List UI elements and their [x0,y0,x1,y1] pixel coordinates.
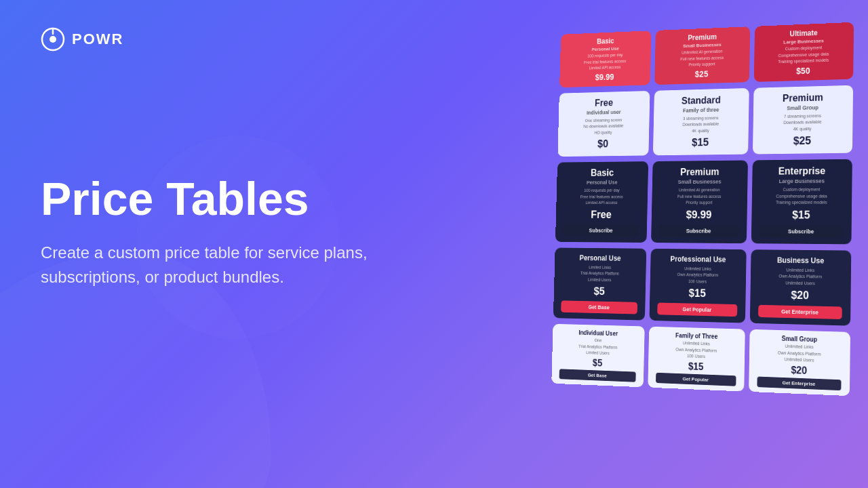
table3-basic-card: Basic Personal Use 100 requests per day … [555,161,648,242]
t2-standard-name: Standard [658,94,745,107]
logo: POWR [41,27,448,52]
t2-free-type: Individual user [563,108,645,116]
t4-professional-features: Unlimited Links Own Analytics Platform 1… [654,265,741,285]
table2-free-card: Free Individual user One streaming scree… [557,91,650,157]
tables-container: Basic Personal Use 100 requests per day … [551,25,854,395]
t2-premium-price: $25 [757,134,848,148]
svg-point-1 [50,36,56,43]
t1-ultimate-features: Custom deployment Comprehensive usage da… [757,43,850,66]
t2-standard-price: $15 [658,136,744,149]
table5-group-card: Small Group Unlimited Links Own Analytic… [749,329,850,396]
t5-family-btn[interactable]: Get Popular [656,372,736,386]
t2-standard-type: Family of three [658,106,745,114]
t3-enterprise-price: $15 [756,209,847,222]
t2-standard-features: 3 streaming screens Downloads available … [658,115,744,135]
t5-individual-btn[interactable]: Get Base [559,369,636,382]
tables-perspective: Basic Personal Use 100 requests per day … [551,25,860,396]
t3-premium-features: Unlimited AI generation Full new feature… [656,187,743,206]
table-pink-row: Basic Personal Use 100 requests per day … [559,22,854,87]
t2-free-name: Free [563,96,645,108]
t5-family-features: Unlimited Links Own Analytics Platform 1… [652,340,741,362]
t4-professional-price: $15 [654,286,741,300]
t4-business-name: Business Use [755,256,846,265]
table2-standard-card: Standard Family of three 3 streaming scr… [653,88,749,156]
table-light-row: Free Individual user One streaming scree… [557,85,853,157]
t1-premium-price: $25 [658,68,746,80]
table1-ultimate-card: Ultimate Large Businesses Custom deploym… [754,22,854,82]
powr-logo-icon [41,27,65,52]
t4-personal-btn[interactable]: Get Base [561,300,637,314]
t1-basic-price: $9.99 [563,70,647,83]
t4-business-features: Unlimited Links Own Analytics Platform U… [755,266,846,287]
table2-premium-card: Premium Small Group 7 streaming screens … [753,85,853,154]
t3-enterprise-type: Large Businesses [757,178,847,184]
t3-basic-features: 100 requests per day Free trial features… [561,188,644,207]
t3-premium-subscribe-btn[interactable]: Subscribe [659,224,739,237]
t4-personal-price: $5 [558,285,641,299]
t3-basic-name: Basic [561,167,644,179]
t3-basic-type: Personal Use [561,179,644,185]
table-dark-row: Basic Personal Use 100 requests per day … [555,159,852,244]
t5-group-features: Unlimited Links Own Analytics Platform U… [753,342,846,365]
t3-enterprise-features: Custom deployment Comprehensive usage da… [757,186,848,206]
table3-premium-card: Premium Small Businesses Unlimited AI ge… [651,160,748,243]
table5-family-card: Family of Three Unlimited Links Own Anal… [648,327,745,391]
table4-business-card: Business Use Unlimited Links Own Analyti… [750,249,852,326]
table3-enterprise-card: Enterprise Large Businesses Custom deplo… [751,159,852,244]
t5-family-price: $15 [652,359,741,373]
right-panel: Basic Personal Use 100 requests per day … [488,0,868,488]
t4-business-price: $20 [755,288,846,303]
bg-decoration-2 [136,136,339,339]
t5-group-btn[interactable]: Get Enterprise [757,376,841,390]
t3-basic-price: Free [560,209,643,221]
logo-text: POWR [72,30,123,48]
t1-ultimate-price: $50 [757,64,850,77]
t3-enterprise-name: Enterprise [757,165,847,177]
t1-premium-features: Unlimited AI generation Full new feature… [658,47,747,69]
table4-professional-card: Professional Use Unlimited Links Own Ana… [649,248,746,323]
t4-personal-features: Limited Links Trial Analytics Platform L… [559,264,642,283]
t3-premium-type: Small Businesses [656,178,743,185]
table5-individual-card: Individual User One Trial Analytics Plat… [551,324,644,387]
t2-free-features: One streaming screen No downloads availa… [562,117,645,136]
t5-group-price: $20 [753,363,846,378]
table1-premium-card: Premium Small Businesses Unlimited AI ge… [654,26,750,85]
t2-premium-name: Premium [758,91,848,104]
t3-basic-subscribe-btn[interactable]: Subscribe [563,224,639,237]
table-analytics-row: Personal Use Limited Links Trial Analyti… [553,247,851,326]
t1-basic-features: 100 requests per day Free trial features… [563,52,648,73]
table4-personal-card: Personal Use Limited Links Trial Analyti… [553,247,646,321]
t3-premium-name: Premium [657,166,743,178]
t2-premium-type: Small Group [758,104,848,112]
table1-basic-card: Basic Personal Use 100 requests per day … [559,30,651,87]
t3-enterprise-subscribe-btn[interactable]: Subscribe [760,225,843,238]
page-container: POWR Price Tables Create a custom price … [0,0,868,488]
t5-individual-features: One Trial Analytics Platform Limited Use… [555,336,641,358]
t2-premium-features: 7 streaming screens Downloads available … [757,112,848,133]
t2-free-price: $0 [562,138,645,151]
t3-premium-price: $9.99 [656,209,743,222]
t4-professional-btn[interactable]: Get Popular [657,303,737,317]
t4-business-btn[interactable]: Get Enterprise [758,305,842,319]
t4-professional-name: Professional Use [655,254,742,264]
table-bottom-row: Individual User One Trial Analytics Plat… [551,324,850,396]
t5-individual-price: $5 [555,356,641,369]
t4-personal-name: Personal Use [559,253,642,263]
